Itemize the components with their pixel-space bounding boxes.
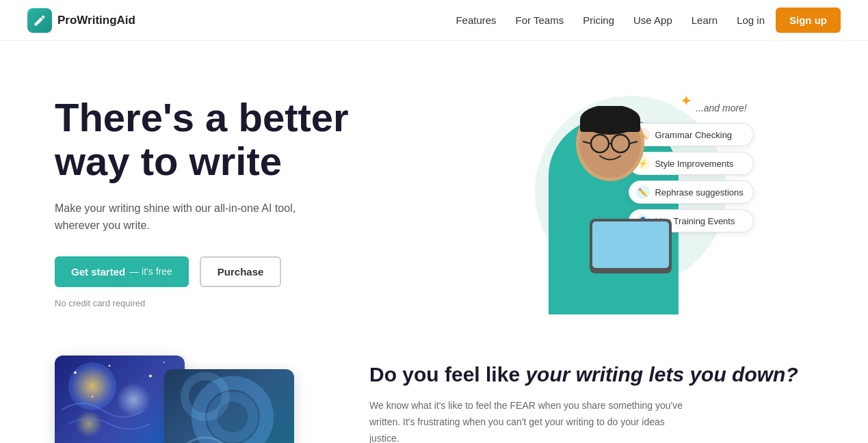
hero-title: There's a better way to write <box>55 96 434 183</box>
blue-card-bg: My idea in my head <box>164 369 294 443</box>
pill-style: ⚡ Style Improvements <box>629 152 753 175</box>
pill-rephrase-label: Rephrase suggestions <box>655 187 743 198</box>
section2: My idea in my head Do you feel like your… <box>0 355 868 443</box>
svg-point-12 <box>92 396 94 398</box>
pill-rephrase-icon: ✏️ <box>636 185 650 199</box>
hero-illustration: ✦ ...and more! ✏️ Grammar Checking ⚡ Sty… <box>494 82 754 314</box>
purchase-button[interactable]: Purchase <box>200 256 282 287</box>
nav-item-learn[interactable]: Learn <box>692 14 718 27</box>
cards-stack: My idea in my head <box>55 355 287 443</box>
get-started-button[interactable]: Get started — it's free <box>55 256 189 287</box>
navbar: ProWritingAid Features For Teams Pricing… <box>0 0 868 41</box>
logo-link[interactable]: ProWritingAid <box>27 8 135 33</box>
section2-cards: My idea in my head <box>55 355 315 443</box>
svg-point-8 <box>74 371 77 374</box>
more-label: ...and more! <box>696 103 747 113</box>
svg-point-11 <box>163 362 165 363</box>
login-link[interactable]: Log in <box>737 14 765 26</box>
section2-right: Do you feel like your writing lets you d… <box>369 355 813 443</box>
section2-title: Do you feel like your writing lets you d… <box>369 362 813 387</box>
no-credit-text: No credit card required <box>55 298 434 308</box>
nav-item-use-app[interactable]: Use App <box>633 14 672 27</box>
free-label: — it's free <box>129 266 172 277</box>
section2-body: We know what it's like to feel the FEAR … <box>369 398 684 443</box>
hero-right: ✦ ...and more! ✏️ Grammar Checking ⚡ Sty… <box>434 82 814 328</box>
person-head <box>576 106 644 181</box>
laptop-screen <box>592 222 669 268</box>
pill-style-label: Style Improvements <box>655 159 733 169</box>
card-front: My idea in my head <box>164 369 294 443</box>
nav-item-for-teams[interactable]: For Teams <box>516 14 564 27</box>
hero-buttons: Get started — it's free Purchase <box>55 256 434 287</box>
nav-item-pricing[interactable]: Pricing <box>583 14 614 27</box>
blue-swirls-svg <box>164 369 294 443</box>
nav-item-features[interactable]: Features <box>456 14 496 27</box>
signup-button[interactable]: Sign up <box>776 8 841 33</box>
pill-rephrase: ✏️ Rephrase suggestions <box>629 180 753 204</box>
hero-section: There's a better way to write Make your … <box>0 41 868 355</box>
pen-icon <box>33 14 47 27</box>
get-started-label: Get started <box>71 266 125 278</box>
svg-rect-2 <box>580 118 640 132</box>
hero-left: There's a better way to write Make your … <box>55 82 434 308</box>
svg-point-9 <box>109 365 111 367</box>
nav-links: Features For Teams Pricing Use App Learn <box>456 14 718 27</box>
pill-grammar: ✏️ Grammar Checking <box>629 123 753 146</box>
logo-icon <box>27 8 52 33</box>
pill-grammar-label: Grammar Checking <box>655 130 732 140</box>
person-face-svg <box>576 106 644 181</box>
hero-subtitle: Make your writing shine with our all-in-… <box>55 200 315 234</box>
logo-text: ProWritingAid <box>57 14 135 27</box>
feature-pills-container: ✏️ Grammar Checking ⚡ Style Improvements… <box>629 123 753 232</box>
star-decoration: ✦ <box>680 92 692 110</box>
svg-point-10 <box>149 375 152 377</box>
person-laptop <box>590 219 672 273</box>
